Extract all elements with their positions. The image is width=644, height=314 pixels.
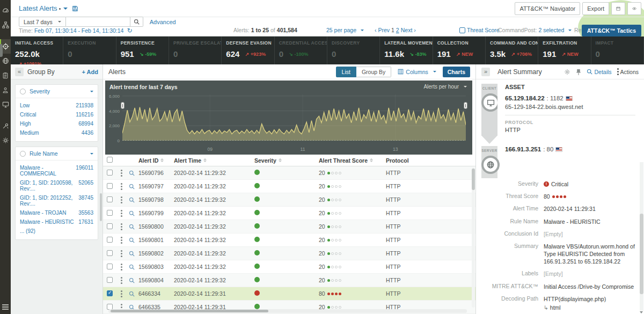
table-row[interactable]: 15690802 2020-02-14 11:29:32 20 HTTP xyxy=(103,247,475,260)
row-checkbox[interactable] xyxy=(107,210,113,216)
server-ip[interactable]: 166.91.3.251 xyxy=(505,146,541,152)
row-actions-kebab-icon[interactable] xyxy=(121,186,122,187)
attack-navigator-button[interactable]: ATT&CK™ Navigator xyxy=(515,2,580,15)
search-input[interactable] xyxy=(66,17,130,27)
row-checkbox[interactable] xyxy=(107,183,113,189)
row-inspect-icon[interactable] xyxy=(126,224,137,230)
tactic-cell[interactable]: EXECUTION 0 xyxy=(63,36,116,64)
row-checkbox[interactable] xyxy=(107,264,113,269)
per-page-dropdown[interactable]: 25 per page xyxy=(326,27,364,33)
rule-name-group-row[interactable]: ... (92) xyxy=(20,227,93,236)
advanced-link[interactable]: Advanced xyxy=(150,19,176,25)
add-group-button[interactable]: + Add xyxy=(82,69,98,75)
table-row[interactable]: 15690799 2020-02-14 11:29:32 20 HTTP xyxy=(103,207,475,220)
nav-reports-clipboard-icon[interactable] xyxy=(0,68,11,83)
export-button[interactable]: Export xyxy=(582,2,609,15)
row-actions-kebab-icon[interactable] xyxy=(121,239,122,241)
page-1[interactable]: 1 xyxy=(391,27,394,33)
table-row[interactable]: 15690804 2020-02-14 11:29:32 20 HTTP xyxy=(103,274,475,287)
columns-dropdown[interactable]: Columns xyxy=(398,69,436,75)
calendar-button[interactable] xyxy=(611,2,625,15)
row-actions-kebab-icon[interactable] xyxy=(121,306,122,308)
nav-identity-user-icon[interactable] xyxy=(0,83,11,97)
rule-name-collapse-icon[interactable] xyxy=(90,153,93,155)
range-slider-left-handle[interactable] xyxy=(121,102,125,109)
row-inspect-icon[interactable] xyxy=(126,197,137,203)
row-actions-kebab-icon[interactable] xyxy=(121,280,122,281)
row-checkbox[interactable] xyxy=(107,223,113,229)
collapse-groupby-icon[interactable]: « xyxy=(15,68,24,76)
select-all-checkbox[interactable] xyxy=(107,157,113,163)
menu-hamburger-icon[interactable] xyxy=(2,303,9,311)
table-vertical-scrollbar[interactable] xyxy=(472,167,475,308)
pin-icon[interactable] xyxy=(576,69,581,75)
row-inspect-icon[interactable] xyxy=(126,170,137,176)
row-inspect-icon[interactable] xyxy=(126,264,137,270)
col-threat-score[interactable]: Alert Threat Score xyxy=(316,157,383,164)
col-severity[interactable]: Severity xyxy=(251,157,316,164)
row-actions-kebab-icon[interactable] xyxy=(121,172,122,174)
search-button[interactable] xyxy=(130,17,143,27)
severity-radio[interactable] xyxy=(20,89,26,94)
range-slider-right-handle[interactable] xyxy=(464,102,467,109)
row-checkbox[interactable] xyxy=(107,277,113,283)
nav-network-sitemap-icon[interactable] xyxy=(0,18,11,32)
col-protocol[interactable]: Protocol xyxy=(383,157,475,164)
table-row[interactable]: 15690801 2020-02-14 11:29:32 20 HTTP xyxy=(103,233,475,247)
col-alert-time[interactable]: Alert Time xyxy=(171,157,251,164)
list-view-button[interactable]: List xyxy=(336,67,356,77)
time-range-dropdown[interactable]: Last 7 days xyxy=(19,17,66,27)
severity-group-row[interactable]: Low 211938 xyxy=(20,101,93,110)
tactic-cell[interactable]: COMMAND AND CONTR... 3.5k ↗ +706% xyxy=(486,36,538,64)
next-page-link[interactable]: Next › xyxy=(401,27,416,33)
details-button[interactable]: Details xyxy=(587,69,611,75)
tactic-cell[interactable]: DEFENSE EVASION 624 ↗ +923% xyxy=(222,36,274,64)
title-caret-icon[interactable] xyxy=(63,8,68,10)
client-ip[interactable]: 65.129.184.22 xyxy=(505,95,545,101)
trend-metric-dropdown[interactable]: Alerts per hour xyxy=(423,84,467,90)
threat-score-checkbox[interactable] xyxy=(459,27,465,33)
refresh-time-icon[interactable]: ↻ xyxy=(127,27,132,34)
rule-name-group-row[interactable]: Malware - HEURISTIC 17631 xyxy=(20,217,93,227)
tactics-collapse-handle[interactable] xyxy=(0,44,3,57)
rule-name-group-row[interactable]: Malware - TROJAN 35563 xyxy=(20,208,93,217)
commandpost-dropdown[interactable]: CommandPost: 2 selected xyxy=(498,27,572,33)
prev-page-link[interactable]: ‹ Prev xyxy=(375,27,390,33)
expand-summary-icon[interactable]: » xyxy=(481,68,490,76)
nav-dashboard-gauge-icon[interactable] xyxy=(0,3,11,18)
tactic-cell[interactable]: DISCOVERY 0 xyxy=(327,36,380,64)
table-row[interactable]: 15690797 2020-02-14 11:29:32 20 HTTP xyxy=(103,180,475,193)
save-view-icon[interactable] xyxy=(72,5,78,12)
row-checkbox[interactable] xyxy=(107,304,113,310)
watch-eye-button[interactable] xyxy=(627,2,641,15)
charts-button[interactable]: Charts xyxy=(443,67,470,77)
row-checkbox[interactable] xyxy=(107,290,113,296)
rule-name-group-row[interactable]: Malware - COMMERCIAL 196011 xyxy=(20,163,93,178)
table-row[interactable]: 15690803 2020-02-14 11:29:32 20 HTTP xyxy=(103,260,475,274)
tactic-cell[interactable]: IMPACT 0 xyxy=(591,36,644,64)
row-actions-kebab-icon[interactable] xyxy=(121,293,122,295)
severity-collapse-icon[interactable] xyxy=(90,91,93,92)
groupby-scrollbar[interactable] xyxy=(100,193,102,221)
threat-score-toggle[interactable]: Threat Score xyxy=(459,27,500,33)
nav-endpoints-monitor-icon[interactable] xyxy=(0,97,11,112)
severity-group-row[interactable]: Medium 4436 xyxy=(20,128,93,137)
table-row[interactable]: 15690800 2020-02-14 11:29:32 20 HTTP xyxy=(103,220,475,233)
rule-name-group-row[interactable]: GID: 1, SID: 2012252, Rev:... 38745 xyxy=(20,193,93,208)
attack-tactics-button[interactable]: ATT&CK™ Tactics xyxy=(582,25,641,36)
nav-tools-wrench-icon[interactable] xyxy=(0,119,11,133)
row-checkbox[interactable] xyxy=(107,196,113,202)
row-actions-kebab-icon[interactable] xyxy=(121,199,122,201)
page-2[interactable]: 2 xyxy=(396,27,399,33)
row-inspect-icon[interactable] xyxy=(126,278,137,283)
table-row[interactable]: 6466334 2020-02-14 11:29:31 80 HTTP xyxy=(103,287,475,301)
row-inspect-icon[interactable] xyxy=(126,237,137,243)
summary-scrollbar[interactable] xyxy=(640,162,643,311)
tactic-cell[interactable]: EXFILTRATION 191 ↗ NEW xyxy=(538,36,591,64)
severity-group-row[interactable]: High 68994 xyxy=(20,119,93,128)
row-actions-kebab-icon[interactable] xyxy=(121,253,122,254)
scroll-down-arrow-icon[interactable] xyxy=(640,311,643,313)
tactic-cell[interactable]: CREDENTIAL ACCESS 0 ↘ -100% xyxy=(275,36,327,64)
row-checkbox[interactable] xyxy=(107,237,113,243)
row-actions-kebab-icon[interactable] xyxy=(121,226,122,228)
